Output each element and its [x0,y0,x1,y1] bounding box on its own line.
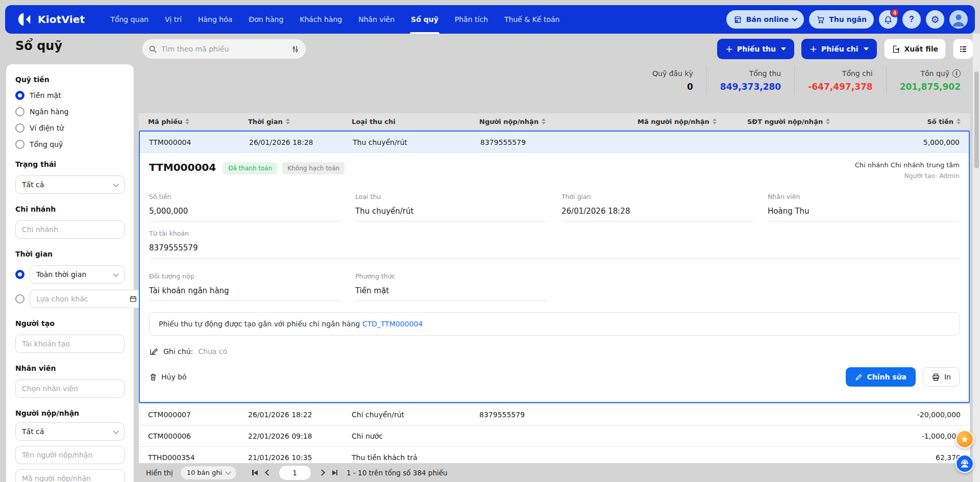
status-badge-no-accounting: Không hạch toán [282,162,345,174]
rating-star-button[interactable]: ★ [955,430,974,448]
fund-option-ewallet[interactable]: Ví điện tử [15,123,125,133]
branch-input-box[interactable] [15,220,125,239]
search-box[interactable] [142,39,306,59]
cell-type: Thu chuyển/rút [353,138,480,146]
edit-button-label: Chỉnh sửa [867,373,906,381]
column-header-type[interactable]: Loại thu chi [352,118,479,125]
sort-icon [826,118,830,124]
nav-item-vi-tri[interactable]: Vị trí [159,5,188,34]
column-settings-button[interactable] [953,39,973,59]
cell-amount: -1,000,000 [865,432,961,440]
field-time: Thời gian 26/01/2026 18:28 [561,193,753,221]
last-page-button[interactable] [332,470,338,475]
creator-input-box[interactable] [15,335,125,353]
radio-icon [15,107,24,116]
branch-filter-section: Chi nhánh [15,205,125,239]
nav-item-tong-quan[interactable]: Tổng quan [104,5,155,34]
fund-option-label: Ngân hàng [30,108,68,116]
payer-code-box[interactable] [15,469,125,482]
kiotviet-logo[interactable]: KiotViet [17,12,85,27]
info-icon[interactable]: i [952,69,961,78]
creator-input[interactable] [22,340,118,348]
custom-date-input[interactable] [36,295,125,303]
current-page-input[interactable]: 1 [279,465,311,480]
field-income-type: Loại thu Thu chuyển/rút [355,193,547,221]
page-size-value: 10 bản ghi [187,469,222,476]
edit-note-icon[interactable] [149,347,158,356]
thu-ngan-button[interactable]: Thu ngân [809,10,874,29]
first-page-button[interactable] [252,470,258,475]
help-button[interactable]: ? [902,10,921,29]
nav-item-so-quy[interactable]: Sổ quỹ [405,5,445,34]
cell-amount: 62,370 [865,453,961,462]
nav-item-don-hang[interactable]: Đơn hàng [242,5,289,34]
previous-page-button[interactable] [265,469,272,476]
cell-time: 26/01/2026 18:22 [248,411,352,419]
scrollbar-thumb[interactable] [974,71,979,168]
payer-type-value: Tất cả [22,427,110,436]
table-row[interactable]: CTM000007 26/01/2026 18:22 Chi chuyển/rú… [139,404,970,425]
print-button[interactable]: In [923,367,960,387]
export-file-button[interactable]: Xuất file [884,39,946,59]
column-header-time[interactable]: Thời gian [248,118,352,125]
custom-date-box[interactable] [30,290,144,308]
table-row[interactable]: CTM000006 22/01/2026 09:18 Chi nước -1,0… [139,425,970,447]
column-header-code[interactable]: Mã phiếu [148,118,248,125]
voucher-code: TTM000004 [149,161,216,173]
cell-time: 26/01/2026 18:28 [249,138,353,146]
nav-item-phan-tich[interactable]: Phân tích [449,5,494,34]
radio-icon[interactable] [15,294,24,303]
fund-option-total[interactable]: Tổng quỹ [15,140,125,149]
fund-option-bank[interactable]: Ngân hàng [15,107,125,116]
payer-type-select[interactable]: Tất cả [15,422,125,441]
fund-option-cash[interactable]: Tiền mặt [15,91,125,100]
nav-item-nhan-vien[interactable]: Nhân viên [352,5,401,34]
time-option-custom [15,290,125,308]
total-expense-label: Tổng chi [808,69,872,78]
add-receipt-button[interactable]: + Phiếu thu [717,39,794,59]
linked-voucher-link[interactable]: CTD_TTM000004 [362,320,423,328]
time-range-select[interactable]: Toàn thời gian [30,265,125,284]
column-header-payer[interactable]: Người nộp/nhận [479,118,638,125]
staff-input[interactable] [22,385,118,393]
nav-item-thue-ke-toan[interactable]: Thuế & Kế toán [498,5,566,34]
add-payment-button[interactable]: + Phiếu chi [801,39,877,59]
radio-selected-icon[interactable] [15,270,24,279]
cell-type: Chi nước [352,432,479,440]
account-avatar-button[interactable] [949,10,968,29]
settings-button[interactable]: ⚙ [926,10,944,29]
branch-filter-title: Chi nhánh [15,205,125,213]
filter-sidebar: Quỹ tiền Tiền mặt Ngân hàng Ví điện tử T… [6,64,134,482]
search-input[interactable] [161,45,287,53]
page-size-select[interactable]: 10 bản ghi [180,466,237,480]
cancel-voucher-button[interactable]: Hủy bỏ [149,373,187,381]
cell-amount: 5,000,000 [866,138,960,146]
staff-input-box[interactable] [15,379,125,398]
branch-input[interactable] [22,225,118,234]
notifications-button[interactable]: 4 [879,10,897,29]
cell-code: CTM000006 [148,432,248,440]
table-row-selected[interactable]: TTM000004 26/01/2026 18:28 Thu chuyển/rú… [140,132,969,153]
filter-sliders-icon[interactable] [291,45,300,54]
status-select[interactable]: Tất cả [15,175,125,194]
payer-name-input[interactable] [22,451,118,459]
scrollbar-track[interactable] [973,34,980,482]
note-row: Ghi chú: Chưa có [149,347,960,356]
nav-item-khach-hang[interactable]: Khách hàng [293,5,348,34]
export-icon [892,45,900,54]
payer-name-box[interactable] [15,446,125,464]
column-header-amount[interactable]: Số tiền [865,118,961,125]
ban-online-label: Bán online [746,15,789,23]
next-page-button[interactable] [318,469,325,476]
cell-code: TTHD000354 [148,453,248,462]
status-select-value: Tất cả [22,181,110,189]
total-expense-value: -647,497,378 [808,82,872,92]
column-header-payer-code[interactable]: Mã người nộp/nhận [638,118,747,125]
edit-button[interactable]: Chỉnh sửa [846,367,916,387]
ban-online-button[interactable]: Bán online [726,10,804,29]
nav-item-hang-hoa[interactable]: Hàng hóa [192,5,238,34]
column-header-payer-phone[interactable]: SĐT người nộp/nhận [747,118,865,125]
status-filter-section: Trạng thái Tất cả [15,160,125,194]
payer-code-input[interactable] [22,474,118,482]
support-chat-button[interactable] [955,454,974,473]
